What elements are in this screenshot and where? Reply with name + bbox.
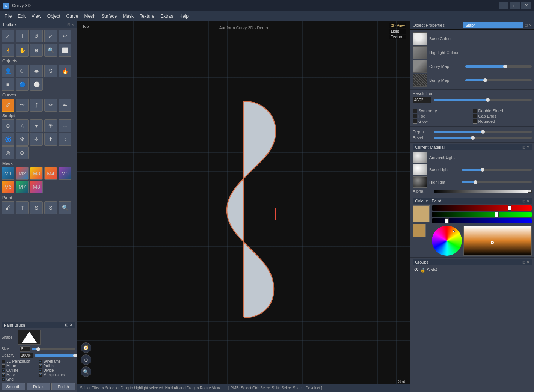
- paint-brush-tool[interactable]: 🖌: [2, 201, 14, 214]
- shape-preview[interactable]: [18, 330, 41, 345]
- menu-file[interactable]: File: [2, 13, 15, 20]
- magnify-tool[interactable]: 🔍: [44, 44, 57, 57]
- curve-cross[interactable]: ✂: [44, 99, 57, 112]
- sculpt-add[interactable]: ⊕: [2, 119, 14, 132]
- size-slider[interactable]: [32, 348, 75, 350]
- paint-blur[interactable]: S: [30, 201, 43, 214]
- mask-yel[interactable]: M3: [30, 167, 43, 180]
- blue-thumb[interactable]: [445, 218, 449, 223]
- saturation-picker[interactable]: [463, 226, 532, 256]
- outline-checkbox[interactable]: [2, 369, 5, 372]
- sculpt-pinch[interactable]: ▼: [30, 119, 43, 132]
- object-name-input[interactable]: Slab4: [463, 22, 523, 28]
- base-light-slider[interactable]: [462, 169, 532, 171]
- nav-compass[interactable]: 🧭: [81, 342, 91, 353]
- base-light-swatch[interactable]: [413, 164, 427, 175]
- sculpt-smooth2[interactable]: ◎: [2, 146, 14, 159]
- curvy-map-thumb[interactable]: [413, 60, 427, 73]
- bevel-thumb[interactable]: [471, 136, 475, 140]
- nav-crosshair[interactable]: ⊕: [81, 354, 91, 365]
- viewport[interactable]: Top Aartform Curvy 3D - Demo 3D View Lig…: [77, 21, 410, 392]
- obj-sphere[interactable]: ⚪: [30, 78, 43, 91]
- glow-checkbox[interactable]: [413, 119, 417, 124]
- mirror-checkbox[interactable]: [2, 364, 5, 368]
- bump-map-slider[interactable]: [465, 79, 532, 81]
- sculpt-fan[interactable]: ⌇: [59, 133, 71, 146]
- sculpt-move[interactable]: ✛: [30, 133, 43, 146]
- manipulators-checkbox[interactable]: [39, 373, 42, 377]
- menu-object[interactable]: Object: [44, 13, 63, 20]
- paint-picker[interactable]: 🔍: [59, 201, 71, 214]
- blue-slider[interactable]: [432, 218, 532, 223]
- sculpt-peak[interactable]: △: [16, 119, 29, 132]
- red-slider[interactable]: [432, 205, 532, 211]
- hue-wheel[interactable]: [432, 226, 462, 256]
- divide-checkbox[interactable]: [39, 369, 42, 372]
- sculpt-twist[interactable]: 🌀: [2, 133, 14, 146]
- secondary-colour-swatch[interactable]: [413, 224, 426, 237]
- menu-extras[interactable]: Extras: [157, 13, 176, 20]
- menu-mask[interactable]: Mask: [120, 13, 137, 20]
- polish-checkbox[interactable]: [39, 364, 42, 368]
- size-slider-thumb[interactable]: [36, 347, 40, 351]
- curvy-map-thumb-ctrl[interactable]: [503, 65, 507, 68]
- opacity-slider-thumb[interactable]: [73, 354, 77, 357]
- main-colour-swatch[interactable]: [413, 205, 430, 222]
- sculpt-flatten[interactable]: ✼: [16, 133, 29, 146]
- depth-thumb[interactable]: [481, 130, 485, 134]
- wireframe-checkbox[interactable]: [39, 360, 42, 363]
- 3d-paintbrush-checkbox[interactable]: [2, 360, 5, 363]
- scale-tool[interactable]: ⤢: [44, 30, 57, 42]
- hand-tool[interactable]: ✋: [16, 44, 29, 57]
- bump-map-thumb-ctrl[interactable]: [483, 78, 487, 82]
- select-tool[interactable]: ↗: [2, 30, 14, 42]
- rounded-checkbox[interactable]: [473, 119, 477, 124]
- alpha-thumb[interactable]: [528, 190, 532, 193]
- bevel-slider[interactable]: [434, 137, 532, 139]
- obj-crescent[interactable]: ☾: [16, 65, 29, 77]
- obj-tube[interactable]: 🔵: [16, 78, 29, 91]
- ambient-light-swatch[interactable]: [413, 152, 427, 163]
- alpha-slider[interactable]: [434, 190, 532, 193]
- obj-s-curve[interactable]: S: [44, 65, 57, 77]
- obj-flame[interactable]: 🔥: [59, 65, 71, 77]
- group-visibility-eye[interactable]: 👁: [414, 267, 419, 273]
- nav-zoom[interactable]: 🔍: [81, 366, 91, 377]
- green-thumb[interactable]: [495, 212, 499, 217]
- menu-edit[interactable]: Edit: [15, 13, 29, 20]
- curve-pen[interactable]: 🖊: [2, 99, 14, 112]
- green-slider[interactable]: [432, 212, 532, 217]
- obj-square[interactable]: ■: [2, 78, 14, 91]
- depth-slider[interactable]: [434, 131, 532, 133]
- frame-tool[interactable]: ⬜: [59, 44, 71, 57]
- menu-help[interactable]: Help: [176, 13, 192, 20]
- resolution-slider[interactable]: [434, 99, 532, 101]
- curve-arrow[interactable]: ↬: [59, 99, 71, 112]
- opacity-value[interactable]: 100%: [20, 353, 33, 358]
- mask-checkbox[interactable]: [2, 373, 5, 377]
- obj-cylinder[interactable]: ⬬: [30, 65, 43, 77]
- mask-orange[interactable]: M4: [44, 167, 57, 180]
- move-tool[interactable]: ✛: [16, 30, 29, 42]
- opacity-slider[interactable]: [35, 354, 75, 357]
- relax-button[interactable]: Relax: [27, 383, 50, 390]
- mask-dark[interactable]: M5: [59, 167, 71, 180]
- polish-button[interactable]: Polish: [51, 383, 75, 390]
- sculpt-stretch[interactable]: ⊹: [59, 119, 71, 132]
- symmetry-checkbox[interactable]: [413, 109, 417, 113]
- mask-cyan[interactable]: M7: [16, 181, 29, 193]
- person-tool[interactable]: 🧍: [2, 44, 14, 57]
- paint-erase[interactable]: S: [44, 201, 57, 214]
- highlight-colour-thumb[interactable]: [413, 46, 427, 59]
- mask-pink[interactable]: M8: [30, 181, 43, 193]
- bump-map-thumb[interactable]: [413, 74, 427, 87]
- red-thumb[interactable]: [508, 205, 511, 211]
- base-light-thumb[interactable]: [481, 168, 484, 172]
- mask-grad-blue[interactable]: M1: [2, 167, 14, 180]
- highlight-thumb[interactable]: [474, 180, 477, 184]
- paint-smear[interactable]: T: [16, 201, 29, 214]
- curve-spline[interactable]: ∫: [30, 99, 43, 112]
- undo-tool[interactable]: ↩: [59, 30, 71, 42]
- crosshair-tool[interactable]: ⊕: [30, 44, 43, 57]
- rotate-tool[interactable]: ↺: [30, 30, 43, 42]
